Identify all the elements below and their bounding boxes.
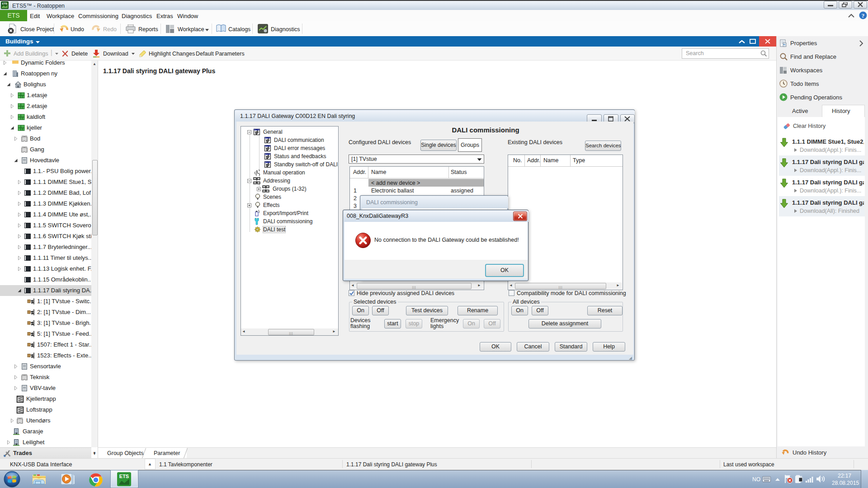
svg-text:?: ? xyxy=(862,12,865,19)
svg-text:ETS: ETS xyxy=(119,474,129,479)
svg-text:ETS: ETS xyxy=(2,2,8,5)
